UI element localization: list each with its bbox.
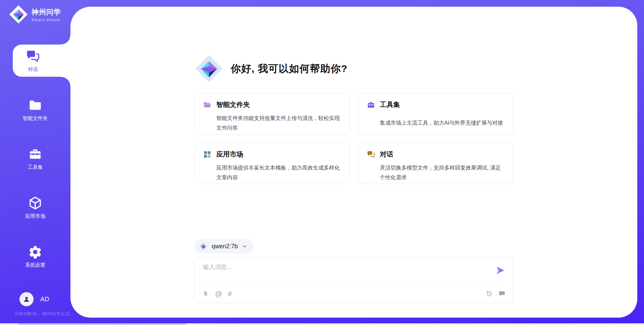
card-title: 智能文件夹 [216, 100, 341, 111]
chat-bubbles-icon [367, 150, 375, 159]
card-smart-folder[interactable]: 智能文件夹 智能文件夹功能支持批量文件上传与清洗，轻松实现文件问答 [195, 93, 350, 134]
greeting-title: 你好, 我可以如何帮助你? [231, 62, 347, 76]
brand-subtitle: Smart Vision [32, 18, 61, 22]
user-initials: AD [40, 296, 49, 303]
card-description: 灵活切换多模型文件，支持多样回复效果调试, 满足个性化需求 [380, 163, 505, 184]
brand-gem-icon [195, 54, 223, 83]
grid-blocks-icon [203, 150, 212, 159]
folder-icon [28, 98, 43, 113]
main-content-panel: 你好, 我可以如何帮助你? 智能文件夹 智能文件夹功能支持批量文件上传与清洗，轻… [70, 7, 637, 318]
sidebar-item-label: 智能文件夹 [23, 115, 48, 122]
attachment-icon[interactable] [202, 290, 209, 297]
chat-bubbles-icon [25, 49, 40, 64]
message-input[interactable] [203, 263, 485, 282]
model-name: qwen2:7b [212, 243, 238, 250]
brand-name: 神州问学 [32, 7, 61, 17]
feature-cards: 智能文件夹 智能文件夹功能支持批量文件上传与清洗，轻松实现文件问答 工具集 集成… [195, 93, 513, 184]
cube-icon [28, 196, 43, 210]
send-icon [495, 265, 505, 275]
sidebar-item-app-market[interactable]: 应用市场 [0, 191, 70, 223]
toolbox-icon [367, 101, 375, 109]
composer-toolbar: @ # [202, 285, 505, 303]
sidebar-item-chat[interactable]: 对话 [13, 45, 70, 77]
brand-gem-icon [9, 5, 28, 24]
card-title: 工具集 [380, 100, 505, 116]
card-app-market[interactable]: 应用市场 应用市场提供丰富长文本模板，助力高效生成多样化文章内容 [195, 143, 350, 184]
chat-bubble-icon[interactable] [498, 290, 505, 297]
send-button[interactable] [495, 265, 505, 275]
user-account[interactable]: AD [0, 292, 70, 306]
composer-tools-left: @ # [202, 290, 232, 297]
sidebar-item-toolset[interactable]: 工具集 [0, 142, 70, 175]
footer-credit: ©神州数码 · 神州问学出品 [15, 311, 70, 317]
folder-open-icon [203, 101, 212, 109]
model-gem-icon [199, 242, 208, 251]
hashtag-icon[interactable]: # [228, 290, 232, 297]
history-icon[interactable] [486, 290, 493, 297]
message-composer: @ # [195, 257, 513, 303]
sidebar-item-label: 工具集 [28, 164, 43, 171]
card-description: 智能文件夹功能支持批量文件上传与清洗，轻松实现文件问答 [216, 113, 341, 134]
sidebar-item-label: 应用市场 [25, 213, 45, 219]
sidebar-item-label: 系统设置 [25, 262, 45, 268]
brand-logo: 神州问学 Smart Vision [9, 5, 61, 24]
card-description: 集成市场上主流工具，助力AI与外界无缝扩展与对接 [380, 118, 505, 134]
card-title: 对话 [380, 150, 505, 160]
model-selector[interactable]: qwen2:7b [195, 239, 254, 254]
horizontal-scrollbar-thumb[interactable] [18, 323, 186, 325]
card-toolset[interactable]: 工具集 集成市场上主流工具，助力AI与外界无缝扩展与对接 [358, 93, 514, 134]
horizontal-scrollbar[interactable] [0, 323, 644, 325]
avatar [19, 292, 34, 306]
sidebar-nav: 对话 智能文件夹 工具集 [0, 45, 70, 289]
gear-icon [28, 245, 43, 259]
card-description: 应用市场提供丰富长文本模板，助力高效生成多样化文章内容 [216, 163, 341, 184]
card-chat[interactable]: 对话 灵活切换多模型文件，支持多样回复效果调试, 满足个性化需求 [358, 143, 514, 184]
composer-tools-right [486, 290, 505, 297]
sidebar: 神州问学 Smart Vision 对话 智能文件夹 [0, 0, 70, 325]
greeting-block: 你好, 我可以如何帮助你? [195, 54, 513, 83]
toolbox-icon [28, 147, 43, 161]
person-icon [22, 295, 31, 304]
sidebar-item-smart-folder[interactable]: 智能文件夹 [0, 93, 70, 126]
sidebar-item-settings[interactable]: 系统设置 [0, 240, 70, 272]
sidebar-item-label: 对话 [28, 66, 38, 73]
chevron-down-icon [242, 244, 248, 249]
card-title: 应用市场 [216, 150, 341, 160]
mention-icon[interactable]: @ [215, 290, 222, 297]
